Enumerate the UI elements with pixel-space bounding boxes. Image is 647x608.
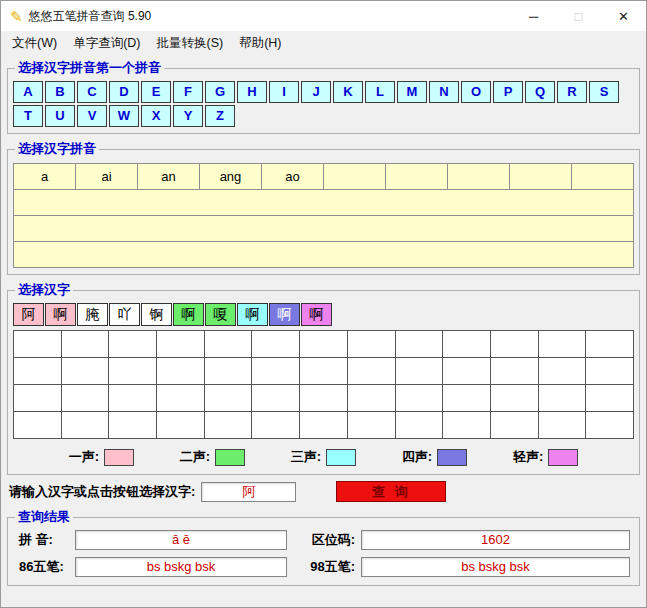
hanzi-button-4[interactable]: 锕 <box>141 303 172 326</box>
hanzi-button-1[interactable]: 啊 <box>45 303 76 326</box>
group-first-pinyin-title: 选择汉字拼音第一个拼音 <box>15 59 164 77</box>
pinyin-cell-empty[interactable] <box>324 164 386 190</box>
menu-item-help[interactable]: 帮助(H) <box>231 31 289 56</box>
letter-button-o[interactable]: O <box>461 81 491 103</box>
hanzi-input[interactable]: 阿 <box>201 482 296 502</box>
letter-button-q[interactable]: Q <box>525 81 555 103</box>
letter-button-i[interactable]: I <box>269 81 299 103</box>
hanzi-grid-cell <box>539 358 587 385</box>
pinyin-result-field: ā ē <box>75 530 287 550</box>
legend-tone4-label: 四声: <box>402 448 432 466</box>
letter-button-j[interactable]: J <box>301 81 331 103</box>
pinyin-row-empty <box>14 242 634 268</box>
hanzi-grid-cell <box>348 385 396 412</box>
pinyin-cell-an[interactable]: an <box>138 164 200 190</box>
letter-button-d[interactable]: D <box>109 81 139 103</box>
letter-button-m[interactable]: M <box>397 81 427 103</box>
hanzi-button-2[interactable]: 腌 <box>77 303 108 326</box>
letter-button-grid: ABCDEFGHIJKLMNOPQRSTUVWXYZ <box>13 79 634 127</box>
legend-tone1-swatch <box>104 449 134 466</box>
hanzi-grid-cell <box>109 412 157 439</box>
hanzi-grid-cell <box>396 358 444 385</box>
legend-tone0-label: 轻声: <box>513 448 543 466</box>
close-button[interactable]: ✕ <box>601 1 646 31</box>
legend-tone0-swatch <box>548 449 578 466</box>
letter-button-k[interactable]: K <box>333 81 363 103</box>
pinyin-result-label: 拼 音: <box>19 531 69 549</box>
legend-tone3-label: 三声: <box>291 448 321 466</box>
wubi98-result-field: bs bskg bsk <box>361 557 630 577</box>
hanzi-grid-cell <box>348 412 396 439</box>
letter-button-z[interactable]: Z <box>205 105 235 127</box>
hanzi-grid-cell <box>300 358 348 385</box>
hanzi-grid-cell <box>14 331 62 358</box>
hanzi-grid-cell <box>300 331 348 358</box>
legend-tone2-label: 二声: <box>180 448 210 466</box>
hanzi-grid-cell <box>396 331 444 358</box>
hanzi-grid-cell <box>586 385 634 412</box>
letter-button-l[interactable]: L <box>365 81 395 103</box>
letter-button-p[interactable]: P <box>493 81 523 103</box>
legend-tone2: 二声: <box>180 448 245 466</box>
hanzi-grid-cell <box>539 412 587 439</box>
maximize-button[interactable]: □ <box>556 1 601 31</box>
query-button[interactable]: 查 询 <box>336 481 446 502</box>
hanzi-button-8[interactable]: 啊 <box>269 303 300 326</box>
hanzi-button-7[interactable]: 啊 <box>237 303 268 326</box>
hanzi-grid-cell <box>252 385 300 412</box>
letter-button-t[interactable]: T <box>13 105 43 127</box>
pinyin-cell-a[interactable]: a <box>14 164 76 190</box>
pinyin-cell-ang[interactable]: ang <box>200 164 262 190</box>
hanzi-button-0[interactable]: 阿 <box>13 303 44 326</box>
hanzi-button-6[interactable]: 嗄 <box>205 303 236 326</box>
letter-button-b[interactable]: B <box>45 81 75 103</box>
hanzi-grid-cell <box>443 331 491 358</box>
letter-button-f[interactable]: F <box>173 81 203 103</box>
hanzi-button-3[interactable]: 吖 <box>109 303 140 326</box>
letter-button-a[interactable]: A <box>13 81 43 103</box>
hanzi-grid-cell <box>300 385 348 412</box>
letter-button-y[interactable]: Y <box>173 105 203 127</box>
pinyin-row-empty <box>14 216 634 242</box>
legend-tone3: 三声: <box>291 448 356 466</box>
menu-item-batch-convert[interactable]: 批量转换(S) <box>148 31 231 56</box>
group-pinyin-title: 选择汉字拼音 <box>15 140 99 158</box>
hanzi-grid-cell <box>157 412 205 439</box>
main-content: 选择汉字拼音第一个拼音 ABCDEFGHIJKLMNOPQRSTUVWXYZ 选… <box>1 56 646 607</box>
letter-button-n[interactable]: N <box>429 81 459 103</box>
hanzi-grid-cell <box>491 412 539 439</box>
letter-button-c[interactable]: C <box>77 81 107 103</box>
legend-tone4-swatch <box>437 449 467 466</box>
legend-tone1: 一声: <box>69 448 134 466</box>
letter-button-r[interactable]: R <box>557 81 587 103</box>
letter-button-v[interactable]: V <box>77 105 107 127</box>
minimize-button[interactable]: ─ <box>511 1 556 31</box>
pinyin-cell-empty[interactable] <box>572 164 634 190</box>
hanzi-button-5[interactable]: 啊 <box>173 303 204 326</box>
hanzi-grid-cell <box>205 385 253 412</box>
letter-button-s[interactable]: S <box>589 81 619 103</box>
hanzi-grid-cell <box>348 358 396 385</box>
letter-button-h[interactable]: H <box>237 81 267 103</box>
hanzi-grid-cell <box>491 385 539 412</box>
pinyin-cell-empty[interactable] <box>386 164 448 190</box>
window-controls: ─ □ ✕ <box>511 1 646 31</box>
menu-item-file[interactable]: 文件(W) <box>4 31 65 56</box>
menu-item-single-char-query[interactable]: 单字查询(D) <box>65 31 148 56</box>
letter-button-e[interactable]: E <box>141 81 171 103</box>
hanzi-grid-cell <box>396 385 444 412</box>
hanzi-button-9[interactable]: 啊 <box>301 303 332 326</box>
pinyin-cell-empty[interactable] <box>448 164 510 190</box>
pinyin-cell-empty[interactable] <box>510 164 572 190</box>
pinyin-cell-ao[interactable]: ao <box>262 164 324 190</box>
tone-legend: 一声:二声:三声:四声:轻声: <box>13 439 634 468</box>
letter-button-g[interactable]: G <box>205 81 235 103</box>
hanzi-grid-cell <box>586 358 634 385</box>
results-grid: 拼 音: ā ē 区位码: 1602 86五笔: bs bskg bsk 98五… <box>13 528 634 579</box>
letter-button-x[interactable]: X <box>141 105 171 127</box>
hanzi-grid-cell <box>252 412 300 439</box>
legend-tone4: 四声: <box>402 448 467 466</box>
letter-button-w[interactable]: W <box>109 105 139 127</box>
pinyin-cell-ai[interactable]: ai <box>76 164 138 190</box>
letter-button-u[interactable]: U <box>45 105 75 127</box>
